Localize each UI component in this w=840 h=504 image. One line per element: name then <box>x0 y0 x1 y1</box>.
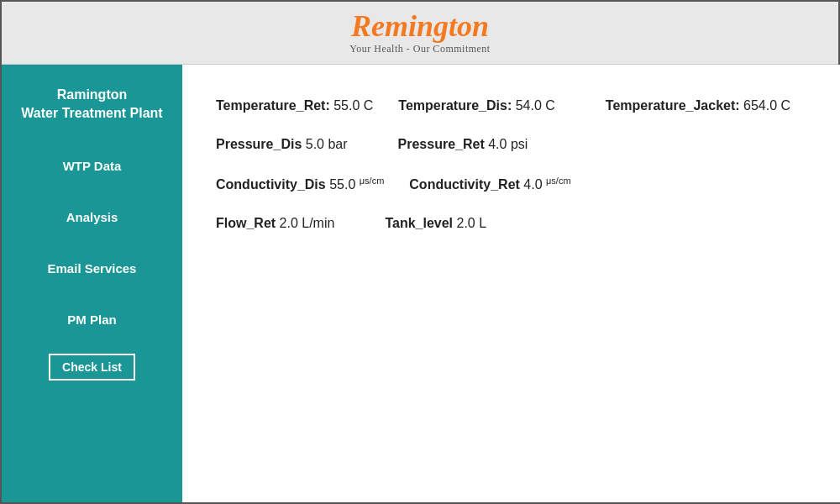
conductivity-ret-value: 4.0 μs/cm <box>523 177 570 192</box>
flow-tank-row: Flow_Ret 2.0 L/min Tank_level 2.0 L <box>216 216 816 231</box>
temp-ret-field: Temperature_Ret: 55.0 C <box>216 98 373 113</box>
conductivity-dis-label: Conductivity_Dis <box>216 177 326 192</box>
conductivity-row: Conductivity_Dis 55.0 μs/cm Conductivity… <box>216 176 816 192</box>
sidebar-nav: WTP Data Analysis Email Services PM Plan… <box>2 140 182 381</box>
tank-level-value: 2.0 L <box>456 216 486 230</box>
pressure-row: Pressure_Dis 5.0 bar Pressure_Ret 4.0 ps… <box>216 137 816 152</box>
conductivity-dis-unit: μs/cm <box>360 176 385 186</box>
flow-ret-field: Flow_Ret 2.0 L/min <box>216 216 334 231</box>
conductivity-dis-value: 55.0 μs/cm <box>329 177 384 192</box>
main-area: Ramington Water Treatment Plant WTP Data… <box>2 65 838 502</box>
conductivity-ret-unit: μs/cm <box>546 176 571 186</box>
temperature-row: Temperature_Ret: 55.0 C Temperature_Dis:… <box>216 98 816 113</box>
sidebar-item-wtp-data[interactable]: WTP Data <box>2 140 182 192</box>
pressure-dis-value: 5.0 bar <box>306 137 348 151</box>
sidebar-item-email-services[interactable]: Email Services <box>2 243 182 294</box>
temp-jacket-label: Temperature_Jacket: <box>606 98 740 113</box>
temp-jacket-field: Temperature_Jacket: 654.0 C <box>606 98 790 113</box>
temp-dis-value: 54.0 C <box>516 98 555 113</box>
pressure-dis-label: Pressure_Dis <box>216 137 302 151</box>
flow-ret-label: Flow_Ret <box>216 216 276 230</box>
conductivity-dis-field: Conductivity_Dis 55.0 μs/cm <box>216 176 384 192</box>
temp-dis-label: Temperature_Dis: <box>398 98 512 113</box>
pressure-ret-value: 4.0 psi <box>488 137 528 151</box>
sidebar-checklist-button[interactable]: Check List <box>49 354 135 381</box>
sidebar-item-analysis[interactable]: Analysis <box>2 192 182 243</box>
conductivity-ret-field: Conductivity_Ret 4.0 μs/cm <box>409 176 570 192</box>
pressure-ret-field: Pressure_Ret 4.0 psi <box>398 137 528 152</box>
tank-level-label: Tank_level <box>385 216 453 230</box>
content-area: Temperature_Ret: 55.0 C Temperature_Dis:… <box>182 65 840 502</box>
temp-jacket-value: 654.0 C <box>743 98 790 113</box>
sidebar-title: Ramington Water Treatment Plant <box>13 77 171 140</box>
sidebar: Ramington Water Treatment Plant WTP Data… <box>2 65 182 502</box>
pressure-ret-label: Pressure_Ret <box>398 137 485 151</box>
logo: Remington Your Health - Our Commitment <box>349 11 490 55</box>
header: Remington Your Health - Our Commitment <box>2 2 838 65</box>
flow-ret-value: 2.0 L/min <box>280 216 335 230</box>
temp-dis-field: Temperature_Dis: 54.0 C <box>398 98 554 113</box>
conductivity-ret-label: Conductivity_Ret <box>409 177 520 192</box>
pressure-dis-field: Pressure_Dis 5.0 bar <box>216 137 348 152</box>
temp-ret-label: Temperature_Ret: <box>216 98 330 113</box>
sidebar-item-pm-plan[interactable]: PM Plan <box>2 294 182 345</box>
logo-tagline: Your Health - Our Commitment <box>349 43 490 55</box>
logo-text: Remington <box>351 11 489 41</box>
temp-ret-value: 55.0 C <box>333 98 373 113</box>
tank-level-field: Tank_level 2.0 L <box>385 216 486 231</box>
